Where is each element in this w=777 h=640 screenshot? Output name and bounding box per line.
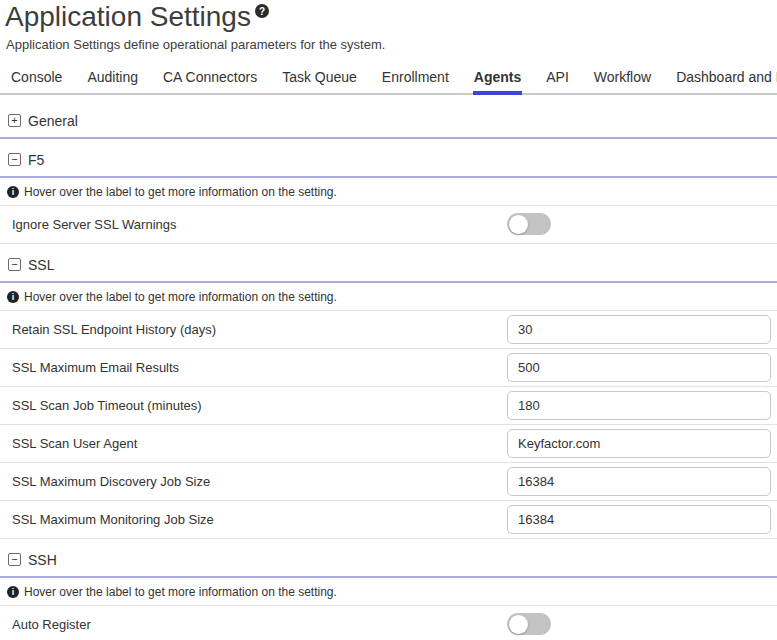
- info-icon: i: [7, 186, 19, 198]
- ssl-scan-user-agent-input[interactable]: [507, 429, 771, 458]
- section-header-ssl[interactable]: − SSL: [0, 244, 777, 283]
- section-name: SSL: [28, 257, 54, 273]
- setting-label: SSL Maximum Email Results: [12, 360, 179, 375]
- setting-row: SSL Scan User Agent: [0, 425, 777, 463]
- setting-row: SSL Maximum Discovery Job Size: [0, 463, 777, 501]
- collapse-icon[interactable]: −: [8, 153, 21, 166]
- info-text: Hover over the label to get more informa…: [24, 585, 337, 599]
- section-name: General: [28, 113, 78, 129]
- help-icon[interactable]: ?: [255, 4, 269, 18]
- tab-ca-connectors[interactable]: CA Connectors: [162, 63, 258, 93]
- collapse-icon[interactable]: −: [8, 258, 21, 271]
- info-icon: i: [7, 291, 19, 303]
- section-header-general[interactable]: + General: [0, 100, 777, 139]
- ignore-server-ssl-warnings-toggle[interactable]: [507, 213, 551, 235]
- section-name: SSH: [28, 552, 57, 568]
- info-row: i Hover over the label to get more infor…: [0, 178, 777, 206]
- ssl-maximum-email-results-input[interactable]: [507, 353, 771, 382]
- tab-bar: Console Auditing CA Connectors Task Queu…: [0, 63, 777, 95]
- section-header-ssh[interactable]: − SSH: [0, 539, 777, 578]
- setting-row: SSL Scan Job Timeout (minutes): [0, 387, 777, 425]
- auto-register-toggle[interactable]: [507, 613, 551, 635]
- info-text: Hover over the label to get more informa…: [24, 185, 337, 199]
- page-header: Application Settings ? Application Setti…: [0, 0, 777, 52]
- tab-console[interactable]: Console: [10, 63, 63, 93]
- info-text: Hover over the label to get more informa…: [24, 290, 337, 304]
- info-row: i Hover over the label to get more infor…: [0, 283, 777, 311]
- tab-enrollment[interactable]: Enrollment: [381, 63, 450, 93]
- ssl-scan-job-timeout-input[interactable]: [507, 391, 771, 420]
- toggle-knob: [509, 215, 528, 234]
- toggle-knob: [509, 615, 528, 634]
- ssl-maximum-monitoring-job-size-input[interactable]: [507, 505, 771, 534]
- setting-row: Retain SSL Endpoint History (days): [0, 311, 777, 349]
- tab-api[interactable]: API: [545, 63, 570, 93]
- setting-label: SSL Maximum Monitoring Job Size: [12, 512, 214, 527]
- setting-label: SSL Maximum Discovery Job Size: [12, 474, 210, 489]
- setting-row: SSL Maximum Email Results: [0, 349, 777, 387]
- retain-ssl-endpoint-history-input[interactable]: [507, 315, 771, 344]
- setting-label: Ignore Server SSL Warnings: [12, 217, 177, 232]
- setting-label: Auto Register: [12, 617, 91, 632]
- section-name: F5: [28, 152, 44, 168]
- page-title: Application Settings: [5, 2, 251, 33]
- tab-auditing[interactable]: Auditing: [86, 63, 139, 93]
- tab-task-queue[interactable]: Task Queue: [281, 63, 358, 93]
- setting-row: Ignore Server SSL Warnings: [0, 206, 777, 244]
- ssl-maximum-discovery-job-size-input[interactable]: [507, 467, 771, 496]
- expand-icon[interactable]: +: [8, 114, 21, 127]
- tab-workflow[interactable]: Workflow: [593, 63, 652, 93]
- info-row: i Hover over the label to get more infor…: [0, 578, 777, 606]
- section-header-f5[interactable]: − F5: [0, 139, 777, 178]
- setting-row: Auto Register: [0, 606, 777, 640]
- setting-row: SSL Maximum Monitoring Job Size: [0, 501, 777, 539]
- setting-label: SSL Scan User Agent: [12, 436, 137, 451]
- setting-label: SSL Scan Job Timeout (minutes): [12, 398, 202, 413]
- setting-label: Retain SSL Endpoint History (days): [12, 322, 216, 337]
- collapse-icon[interactable]: −: [8, 553, 21, 566]
- tab-dashboard-and-reports[interactable]: Dashboard and Reports: [675, 63, 777, 93]
- page-subtitle: Application Settings define operational …: [6, 37, 777, 52]
- tab-agents[interactable]: Agents: [473, 63, 522, 95]
- application-settings-page: Application Settings ? Application Setti…: [0, 0, 777, 640]
- info-icon: i: [7, 586, 19, 598]
